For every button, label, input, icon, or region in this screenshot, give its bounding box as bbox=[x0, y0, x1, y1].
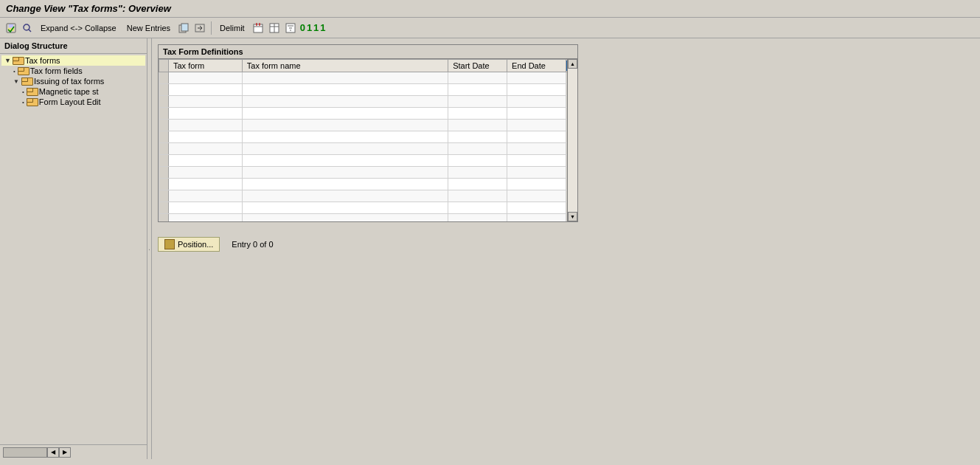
row-indicator-cell bbox=[159, 155, 169, 167]
delimit-button[interactable]: Delimit bbox=[216, 22, 249, 34]
right-panel: Tax Form Definitions Tax form Tax form n… bbox=[152, 38, 980, 459]
row-indicator-cell bbox=[159, 143, 169, 155]
folder-icon-issuing bbox=[21, 78, 32, 86]
table-row bbox=[159, 96, 577, 108]
table-row bbox=[159, 214, 577, 222]
left-panel: Dialog Structure ▼ Tax forms • Tax form … bbox=[0, 38, 147, 459]
cell-start-date bbox=[448, 96, 507, 108]
table-row bbox=[159, 155, 577, 167]
scroll-up-button[interactable]: ▲ bbox=[568, 59, 577, 69]
svg-rect-12 bbox=[259, 23, 260, 26]
cell-end-date bbox=[507, 214, 566, 222]
cell-tax-form-name bbox=[242, 131, 448, 143]
cell-start-date bbox=[448, 84, 507, 96]
table-wrapper: Tax form Tax form name Start Date End Da… bbox=[159, 59, 577, 221]
table-row bbox=[159, 202, 577, 214]
col-header-tax-form-name: Tax form name bbox=[242, 60, 448, 72]
cell-start-date bbox=[448, 120, 507, 131]
position-button[interactable]: Position... bbox=[158, 237, 220, 252]
cell-start-date bbox=[448, 167, 507, 179]
find-icon[interactable] bbox=[21, 21, 34, 35]
cell-end-date bbox=[507, 179, 566, 190]
scroll-down-button[interactable]: ▼ bbox=[568, 212, 577, 221]
table-row bbox=[159, 190, 577, 202]
nav-left-arrow[interactable]: ◀ bbox=[47, 447, 59, 458]
row-indicator-cell bbox=[159, 84, 169, 96]
scroll-track[interactable] bbox=[568, 69, 577, 212]
move-icon[interactable] bbox=[193, 21, 206, 35]
cell-end-date bbox=[507, 143, 566, 155]
sidebar-item-magnetic-tape[interactable]: • Magnetic tape st bbox=[1, 86, 145, 97]
svg-line-4 bbox=[29, 30, 31, 32]
sidebar-item-label-tax-form-fields: Tax form fields bbox=[30, 66, 83, 75]
cell-tax-form bbox=[169, 167, 243, 179]
svg-point-3 bbox=[24, 24, 29, 30]
svg-rect-6 bbox=[181, 24, 188, 31]
position-btn-label: Position... bbox=[178, 240, 213, 249]
table-row bbox=[159, 179, 577, 190]
table-row bbox=[159, 120, 577, 131]
cell-end-date bbox=[507, 108, 566, 120]
expand-collapse-button[interactable]: Expand <-> Collapse bbox=[37, 22, 120, 34]
cell-end-date bbox=[507, 190, 566, 202]
cell-tax-form bbox=[169, 131, 243, 143]
cell-end-date bbox=[507, 84, 566, 96]
folder-icon-tax-form-fields bbox=[18, 67, 28, 75]
svg-rect-11 bbox=[256, 23, 257, 26]
table-row bbox=[159, 72, 577, 84]
sidebar-item-label-form-layout: Form Layout Edit bbox=[39, 97, 101, 106]
cell-start-date bbox=[448, 190, 507, 202]
cell-tax-form bbox=[169, 214, 243, 222]
cell-tax-form-name bbox=[242, 190, 448, 202]
table-section-header: Tax Form Definitions bbox=[159, 45, 577, 59]
row-indicator-cell bbox=[159, 190, 169, 202]
table-icon[interactable] bbox=[268, 21, 281, 35]
cell-tax-form-name bbox=[242, 120, 448, 131]
cell-end-date bbox=[507, 120, 566, 131]
cell-tax-form-name bbox=[242, 108, 448, 120]
cell-tax-form bbox=[169, 155, 243, 167]
bullet-magnetic: • bbox=[22, 89, 24, 95]
filter-icon[interactable] bbox=[284, 21, 297, 35]
bullet-tax-form-fields: • bbox=[13, 68, 15, 75]
cell-tax-form-name bbox=[242, 167, 448, 179]
row-indicator-cell bbox=[159, 167, 169, 179]
cell-tax-form-name bbox=[242, 179, 448, 190]
cell-tax-form bbox=[169, 179, 243, 190]
col-header-start-date: Start Date bbox=[448, 60, 507, 72]
col-header-tax-form: Tax form bbox=[169, 60, 243, 72]
row-indicator-cell bbox=[159, 131, 169, 143]
cell-start-date bbox=[448, 131, 507, 143]
cell-tax-form bbox=[169, 120, 243, 131]
row-indicator-cell bbox=[159, 202, 169, 214]
calendar-icon[interactable] bbox=[251, 21, 265, 35]
cell-end-date bbox=[507, 167, 566, 179]
sidebar-item-issuing-tax-forms[interactable]: ▼ Issuing of tax forms bbox=[1, 76, 145, 86]
title-bar: Change View "Tax forms": Overview bbox=[0, 0, 980, 18]
counter-display: 0111 bbox=[300, 22, 327, 33]
sidebar-item-form-layout[interactable]: • Form Layout Edit bbox=[1, 97, 145, 107]
save-icon[interactable] bbox=[4, 21, 18, 35]
cell-tax-form-name bbox=[242, 96, 448, 108]
sidebar-item-label-magnetic: Magnetic tape st bbox=[39, 87, 99, 96]
bullet-form-layout: • bbox=[22, 99, 24, 106]
cell-start-date bbox=[448, 72, 507, 84]
copy-rows-icon[interactable] bbox=[177, 21, 190, 35]
bullet-issuing: ▼ bbox=[13, 78, 19, 85]
sidebar-item-tax-form-fields[interactable]: • Tax form fields bbox=[1, 66, 145, 76]
sidebar-item-tax-forms[interactable]: ▼ Tax forms bbox=[1, 55, 145, 66]
definitions-table: Tax form Tax form name Start Date End Da… bbox=[159, 59, 577, 221]
svg-rect-9 bbox=[254, 24, 263, 32]
row-indicator-cell bbox=[159, 96, 169, 108]
col-header-end-date: End Date bbox=[507, 60, 566, 72]
scrollbar-thumb[interactable] bbox=[3, 447, 47, 458]
table-row bbox=[159, 131, 577, 143]
entry-info: Entry 0 of 0 bbox=[232, 240, 273, 249]
cell-end-date bbox=[507, 72, 566, 84]
nav-right-arrow[interactable]: ▶ bbox=[59, 447, 71, 458]
table-row bbox=[159, 167, 577, 179]
page-title: Change View "Tax forms": Overview bbox=[6, 3, 171, 14]
cell-tax-form bbox=[169, 84, 243, 96]
new-entries-button[interactable]: New Entries bbox=[123, 22, 174, 34]
cell-end-date bbox=[507, 131, 566, 143]
